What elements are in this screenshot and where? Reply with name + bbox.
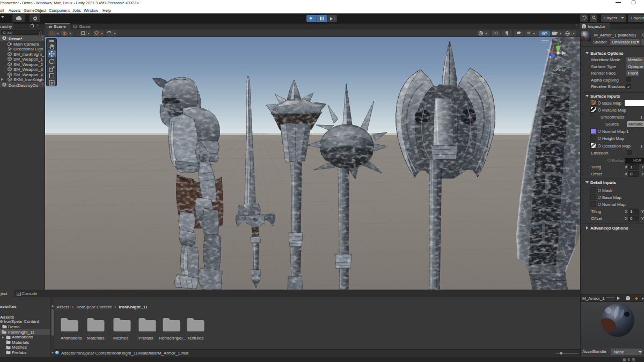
svg-text:z: z bbox=[550, 55, 551, 58]
svg-text:y: y bbox=[560, 40, 561, 43]
svg-text:◁ Persp: ◁ Persp bbox=[553, 68, 566, 72]
svg-text:x: x bbox=[547, 48, 549, 51]
